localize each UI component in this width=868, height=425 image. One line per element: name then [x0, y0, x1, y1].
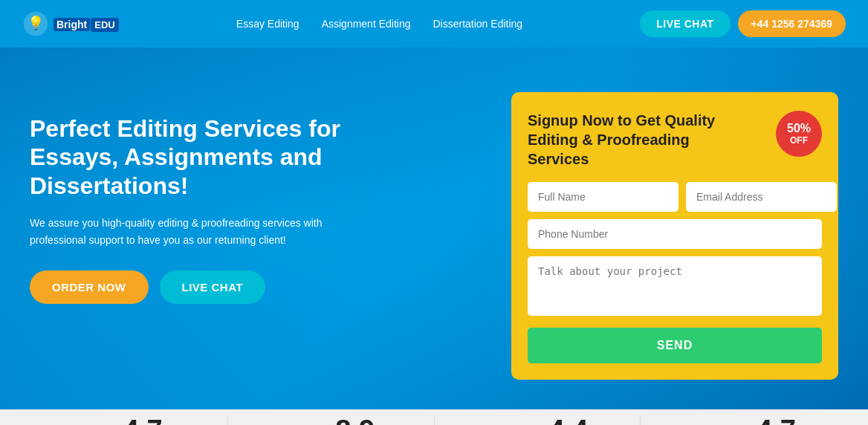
live-chat-hero-button[interactable]: LIVE CHAT [160, 270, 266, 304]
trustpilot-score-block: 8.9 / 10 ★ ★ ★ ★ ★ [335, 416, 401, 425]
badge-percent: 50% [787, 122, 811, 135]
trustpilot-score-line: 8.9 / 10 [335, 416, 396, 425]
header: 💡 BrightEDU Essay Editing Assignment Edi… [0, 0, 868, 48]
trustpilot-score: 8.9 [335, 416, 375, 425]
rating-trustpilot: ★ Trustpilot 8.9 / 10 ★ ★ ★ ★ ★ [227, 416, 433, 425]
rating-sitejabber: S Sitejabber 4.4 / 5 ★ ★ ★ ★ ★ [434, 416, 640, 425]
reviews-io-score-block: 4.7 / 5 ★ ★ ★ ★ ★ [757, 416, 822, 425]
order-now-button[interactable]: ORDER NOW [30, 270, 149, 304]
sitejabber-score-block: 4.4 / 5 ★ ★ ★ ★ ★ [548, 416, 614, 425]
svg-text:💡: 💡 [27, 15, 45, 31]
nav-assignment-editing[interactable]: Assignment Editing [322, 18, 411, 30]
signup-card-header: Signup Now to Get Quality Editing & Proo… [528, 111, 822, 169]
bark-score-line: 4.7 / 5 [123, 416, 178, 425]
logo-wordmark: BrightEDU [54, 14, 119, 33]
bark-score-block: 4.7 / 5 ★ ★ ★ ★ ★ [123, 416, 189, 425]
phone-input[interactable] [528, 219, 822, 249]
hero-section: Perfect Editing Services for Essays, Ass… [0, 48, 868, 409]
reviews-io-score-line: 4.7 / 5 [757, 416, 811, 425]
form-name-email-row [528, 182, 822, 212]
sitejabber-score: 4.4 [548, 416, 588, 425]
discount-badge: 50% OFF [776, 111, 822, 157]
bark-score: 4.7 [123, 416, 163, 425]
nav-dissertation-editing[interactable]: Dissertation Editing [433, 18, 522, 30]
logo-icon: 💡 [22, 10, 49, 37]
rating-bark: b Bark 4.7 / 5 ★ ★ ★ ★ ★ [22, 416, 227, 425]
reviews-io-score: 4.7 [757, 416, 796, 425]
live-chat-header-button[interactable]: LIVE CHAT [640, 10, 730, 37]
hero-title: Perfect Editing Services for Essays, Ass… [30, 114, 431, 200]
main-nav: Essay Editing Assignment Editing Dissert… [236, 18, 522, 30]
sitejabber-score-line: 4.4 / 5 [548, 416, 603, 425]
email-input[interactable] [686, 182, 837, 212]
project-textarea[interactable] [528, 256, 822, 316]
ratings-bar: b Bark 4.7 / 5 ★ ★ ★ ★ ★ ★ Trustpilot 8.… [0, 409, 868, 425]
send-button[interactable]: SEND [528, 328, 822, 363]
nav-essay-editing[interactable]: Essay Editing [236, 18, 299, 30]
hero-buttons: ORDER NOW LIVE CHAT [30, 270, 431, 304]
header-actions: LIVE CHAT +44 1256 274369 [640, 10, 846, 37]
rating-reviews-io: ★ Reviews.io 4.7 / 5 ★ ★ ★ ★ ★ [640, 416, 846, 425]
full-name-input[interactable] [528, 182, 678, 212]
badge-off: OFF [790, 135, 808, 146]
signup-card: Signup Now to Get Quality Editing & Proo… [511, 92, 838, 380]
phone-button[interactable]: +44 1256 274369 [738, 10, 846, 37]
logo: 💡 BrightEDU [22, 10, 119, 37]
hero-content: Perfect Editing Services for Essays, Ass… [30, 92, 431, 304]
signup-title: Signup Now to Get Quality Editing & Proo… [528, 111, 751, 169]
hero-description: We assure you high-quality editing & pro… [30, 215, 342, 248]
